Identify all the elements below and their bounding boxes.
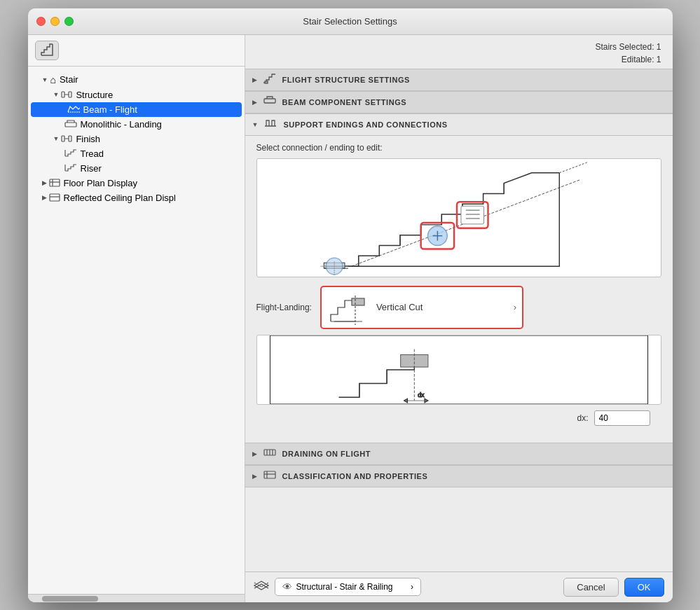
svg-text:dx: dx: [418, 391, 425, 398]
structure-label: Structure: [76, 90, 113, 100]
flight-structure-header[interactable]: ▶ FLIGHT STRUCTURE SETTINGS: [245, 69, 673, 91]
stair-icon: ⌂: [50, 74, 55, 85]
stair-diagram[interactable]: [256, 158, 661, 277]
sidebar-toolbar: [28, 35, 245, 67]
tree-item-riser[interactable]: Riser: [28, 161, 245, 176]
flight-landing-row: Flight-Landing: Vertical Cut ›: [256, 286, 661, 329]
tree-item-tread[interactable]: Tread: [28, 146, 245, 161]
support-icon: [263, 118, 277, 132]
tree-item-monolithic[interactable]: Monolithic - Landing: [28, 117, 245, 132]
close-button[interactable]: [36, 17, 46, 26]
dx-input[interactable]: [594, 410, 650, 426]
tread-label: Tread: [81, 148, 104, 159]
layer-selector-label: Structural - Stair & Railing: [296, 582, 393, 592]
vertical-cut-label: Vertical Cut: [376, 302, 514, 312]
top-info: Stairs Selected: 1 Editable: 1: [245, 35, 673, 69]
bottom-sections: ▶ DRAINING ON FLIGHT ▶: [245, 443, 673, 487]
svg-rect-3: [62, 136, 64, 141]
riser-label: Riser: [81, 163, 102, 174]
beam-component-arrow: ▶: [252, 99, 257, 106]
flight-structure-arrow: ▶: [252, 76, 257, 83]
beam-component-header[interactable]: ▶ BEAM COMPONENT SETTINGS: [245, 91, 673, 113]
lower-diagram: dx: [256, 335, 661, 405]
arrow-ceiling-plan: ▶: [42, 194, 47, 201]
flight-landing-label: Flight-Landing:: [256, 303, 312, 312]
svg-rect-7: [265, 81, 268, 83]
svg-rect-9: [268, 159, 650, 277]
sidebar-scrollbar-thumb: [42, 596, 98, 602]
tree-item-finish[interactable]: ▼ Finish: [28, 132, 245, 146]
classification-label: CLASSIFICATION AND PROPERTIES: [282, 472, 428, 480]
main-panel: Stairs Selected: 1 Editable: 1 ▶ FLIGHT …: [245, 35, 673, 602]
svg-rect-50: [264, 471, 275, 478]
ceiling-plan-icon: [49, 193, 60, 202]
classification-icon: [263, 469, 277, 483]
main-window: Stair Selection Settings ▼ ⌂ Stair: [28, 8, 673, 602]
tree-item-floor-plan[interactable]: ▶ Floor Plan Display: [28, 176, 245, 190]
floor-plan-label: Floor Plan Display: [64, 178, 138, 188]
tread-icon: [64, 149, 77, 158]
flight-structure-icon: [263, 73, 277, 87]
finish-label: Finish: [76, 134, 100, 144]
titlebar: Stair Selection Settings: [28, 8, 673, 35]
stair-label: Stair: [60, 74, 78, 85]
flight-landing-selector[interactable]: Vertical Cut ›: [320, 286, 523, 329]
content-area: ▼ ⌂ Stair ▼ Structure: [28, 35, 673, 602]
support-endings-header[interactable]: ▼ SUPPORT ENDINGS AND CONNECTIONS: [245, 113, 673, 136]
stair-icon-btn[interactable]: [35, 41, 59, 60]
svg-rect-29: [460, 206, 483, 224]
layer-selector-chevron: ›: [411, 582, 413, 592]
eye-icon: 👁: [282, 581, 292, 592]
svg-rect-35: [352, 298, 364, 305]
traffic-lights: [36, 17, 74, 26]
floor-plan-icon: [49, 178, 60, 188]
tree-item-ceiling-plan[interactable]: ▶ Reflected Ceiling Plan Displ: [28, 190, 245, 205]
beam-component-label: BEAM COMPONENT SETTINGS: [282, 98, 407, 106]
cancel-button[interactable]: Cancel: [563, 578, 618, 597]
classification-header[interactable]: ▶ CLASSIFICATION AND PROPERTIES: [245, 465, 673, 487]
svg-rect-6: [50, 194, 60, 201]
draining-arrow: ▶: [252, 450, 257, 457]
minimize-button[interactable]: [50, 17, 60, 26]
tree: ▼ ⌂ Stair ▼ Structure: [28, 67, 245, 594]
window-title: Stair Selection Settings: [303, 16, 397, 27]
ceiling-plan-label: Reflected Ceiling Plan Displ: [64, 193, 176, 203]
tree-item-stair[interactable]: ▼ ⌂ Stair: [28, 72, 245, 88]
svg-rect-0: [62, 92, 64, 97]
beam-flight-label: Beam - Flight: [83, 104, 137, 115]
dx-label: dx:: [577, 413, 588, 423]
support-body: Select connection / ending to edit:: [245, 136, 673, 440]
flight-structure-label: FLIGHT STRUCTURE SETTINGS: [282, 76, 410, 84]
svg-rect-42: [400, 354, 427, 367]
arrow-structure: ▼: [53, 91, 60, 98]
beam-icon: [67, 105, 80, 113]
monolithic-icon: [64, 120, 77, 128]
ok-button[interactable]: OK: [624, 578, 664, 597]
svg-rect-2: [65, 123, 76, 127]
svg-rect-5: [50, 179, 60, 186]
draining-label: DRAINING ON FLIGHT: [282, 450, 371, 458]
draining-header[interactable]: ▶ DRAINING ON FLIGHT: [245, 443, 673, 465]
arrow-finish: ▼: [53, 135, 60, 142]
connection-label: Select connection / ending to edit:: [256, 143, 661, 153]
draining-icon: [263, 447, 277, 461]
support-arrow: ▼: [252, 121, 259, 128]
maximize-button[interactable]: [64, 17, 74, 26]
bottom-bar: 👁 Structural - Stair & Railing › Cancel …: [245, 571, 673, 602]
tree-item-structure[interactable]: ▼ Structure: [28, 88, 245, 102]
structure-icon: [61, 90, 72, 99]
layers-icon: [254, 579, 269, 595]
tree-item-beam-flight[interactable]: Beam - Flight: [31, 102, 242, 117]
arrow-floor-plan: ▶: [42, 179, 47, 186]
editable-text: Editable: 1: [256, 53, 661, 66]
stairs-selected-text: Stairs Selected: 1: [256, 41, 661, 53]
sidebar-scrollbar[interactable]: [28, 594, 245, 602]
riser-icon: [64, 164, 77, 172]
svg-rect-8: [264, 99, 275, 103]
classification-arrow: ▶: [252, 473, 257, 480]
arrow-stair: ▼: [42, 76, 48, 83]
dx-row: dx:: [256, 410, 661, 426]
layer-selector[interactable]: 👁 Structural - Stair & Railing ›: [275, 578, 421, 596]
fl-chevron-icon: ›: [514, 303, 516, 312]
support-endings-label: SUPPORT ENDINGS AND CONNECTIONS: [283, 120, 447, 129]
